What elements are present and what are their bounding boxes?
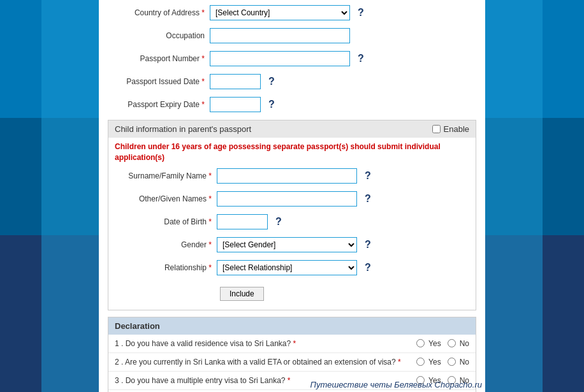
surname-input[interactable] bbox=[217, 168, 357, 184]
declaration-q1: 1 . Do you have a valid residence visa t… bbox=[108, 335, 476, 353]
gender-select[interactable]: [Select Gender] Male Female bbox=[217, 237, 357, 252]
q1-no-label: No bbox=[460, 339, 469, 348]
other-names-help-icon[interactable]: ? bbox=[365, 193, 371, 205]
right-sidebar-inner bbox=[485, 0, 543, 392]
include-button[interactable]: Include bbox=[220, 287, 264, 301]
passport-issued-help-icon[interactable]: ? bbox=[268, 76, 275, 87]
surname-row: Surname/Family Name * ? bbox=[108, 167, 476, 185]
q2-yes-label: Yes bbox=[428, 358, 441, 367]
passport-expiry-input[interactable] bbox=[210, 97, 261, 112]
dob-label: Date of Birth * bbox=[115, 217, 217, 226]
gender-row: Gender * [Select Gender] Male Female ? bbox=[108, 236, 476, 254]
q1-yes-radio[interactable] bbox=[416, 339, 425, 347]
enable-row: Enable bbox=[432, 124, 469, 134]
other-names-label: Other/Given Names * bbox=[115, 194, 217, 203]
q2-yes-radio[interactable] bbox=[416, 358, 425, 366]
child-section-title: Child information in parent's passport bbox=[115, 124, 251, 134]
child-notice: Children under 16 years of age possessin… bbox=[108, 138, 476, 167]
enable-label: Enable bbox=[444, 124, 469, 134]
q2-radio-group: Yes No bbox=[412, 358, 469, 367]
passport-issued-label: Passport Issued Date * bbox=[108, 77, 210, 86]
q1-yes-label: Yes bbox=[428, 339, 441, 348]
enable-checkbox[interactable] bbox=[432, 125, 441, 133]
include-row: Include bbox=[108, 282, 476, 310]
confirm-row: I would like to confirm the above inform… bbox=[108, 390, 476, 392]
passport-issued-input[interactable] bbox=[210, 74, 261, 89]
gender-help-icon[interactable]: ? bbox=[365, 239, 371, 250]
right-sidebar bbox=[485, 0, 584, 392]
other-names-row: Other/Given Names * ? bbox=[108, 190, 476, 208]
declaration-header: Declaration bbox=[108, 317, 476, 335]
child-section: Child information in parent's passport E… bbox=[108, 120, 476, 310]
occupation-input[interactable] bbox=[210, 28, 350, 43]
other-names-input[interactable] bbox=[217, 191, 357, 207]
q2-no-label: No bbox=[460, 358, 469, 367]
passport-expiry-row: Passport Expiry Date * ? bbox=[108, 96, 476, 113]
main-content: Country of Address * [Select Country] Au… bbox=[99, 0, 485, 392]
left-sidebar bbox=[0, 0, 99, 392]
dob-help-icon[interactable]: ? bbox=[275, 216, 282, 228]
dob-row: Date of Birth * ? bbox=[108, 213, 476, 231]
child-section-header: Child information in parent's passport E… bbox=[108, 120, 476, 138]
passport-expiry-help-icon[interactable]: ? bbox=[268, 99, 275, 110]
footer-watermark: Путешествие четы Беляевых Chopacho.ru bbox=[310, 380, 482, 389]
country-help-icon[interactable]: ? bbox=[358, 7, 364, 18]
passport-issued-row: Passport Issued Date * ? bbox=[108, 73, 476, 91]
gender-label: Gender * bbox=[115, 240, 217, 249]
q1-radio-group: Yes No bbox=[412, 339, 469, 348]
passport-number-help-icon[interactable]: ? bbox=[358, 53, 364, 64]
relationship-label: Relationship * bbox=[115, 263, 217, 272]
declaration-q2: 2 . Are you currently in Sri Lanka with … bbox=[108, 353, 476, 372]
surname-help-icon[interactable]: ? bbox=[365, 170, 371, 182]
relationship-select[interactable]: [Select Relationship] Child Son Daughter bbox=[217, 260, 357, 275]
q2-text: 2 . Are you currently in Sri Lanka with … bbox=[115, 358, 406, 367]
q1-text: 1 . Do you have a valid residence visa t… bbox=[115, 339, 406, 348]
q2-no-radio[interactable] bbox=[448, 358, 456, 366]
occupation-label: Occupation bbox=[108, 31, 210, 40]
surname-label: Surname/Family Name * bbox=[115, 171, 217, 180]
country-label: Country of Address * bbox=[108, 8, 210, 17]
relationship-help-icon[interactable]: ? bbox=[365, 262, 371, 273]
passport-expiry-label: Passport Expiry Date * bbox=[108, 100, 210, 109]
passport-number-input[interactable] bbox=[210, 51, 350, 66]
dob-input[interactable] bbox=[217, 214, 268, 229]
country-select[interactable]: [Select Country] Australia Canada India … bbox=[210, 5, 350, 20]
q1-no-radio[interactable] bbox=[448, 339, 456, 347]
left-sidebar-inner bbox=[41, 0, 99, 392]
country-row: Country of Address * [Select Country] Au… bbox=[108, 4, 476, 22]
occupation-row: Occupation bbox=[108, 27, 476, 45]
relationship-row: Relationship * [Select Relationship] Chi… bbox=[108, 259, 476, 277]
passport-number-label: Passport Number * bbox=[108, 54, 210, 63]
passport-number-row: Passport Number * ? bbox=[108, 50, 476, 68]
